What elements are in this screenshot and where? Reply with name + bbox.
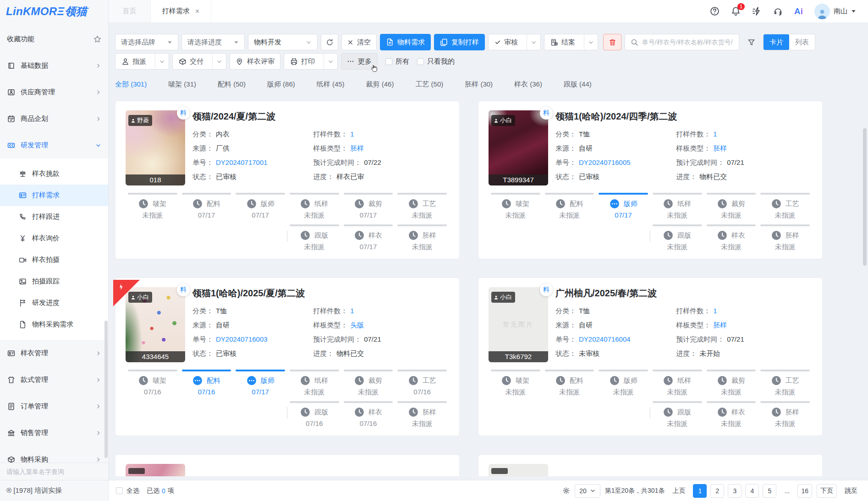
assign-dropdown[interactable]	[155, 54, 169, 69]
progress-step[interactable]: 版师未指派	[596, 370, 650, 397]
filter-tab[interactable]: 裁剪 (46)	[366, 80, 394, 89]
sidebar-item[interactable]: 打样需求	[0, 185, 108, 206]
view-list-button[interactable]: 列表	[789, 34, 815, 50]
page-size-select[interactable]: 20	[575, 484, 600, 498]
card-title[interactable]: 领猫1(哈哈)/2025/夏/第二波	[192, 287, 449, 300]
search-input[interactable]	[642, 38, 733, 46]
progress-step[interactable]: 唛架未指派	[489, 193, 543, 220]
sample-type-link[interactable]: 胚样	[350, 141, 364, 155]
copy-sample-button[interactable]: 复制打样	[434, 34, 485, 50]
sample-type-link[interactable]: 胚样	[713, 141, 727, 155]
progress-step[interactable]: 跟版07/16	[287, 401, 341, 428]
progress-step[interactable]: 工艺未指派	[758, 193, 812, 220]
tab-sample-request[interactable]: 打样需求 ×	[151, 0, 211, 22]
sidebar-item[interactable]: 样衣询价	[0, 228, 108, 249]
ai-assistant-icon[interactable]: Ai	[794, 6, 803, 16]
order-no-link[interactable]: DY20240716005	[579, 155, 631, 169]
sidebar-item-favorites[interactable]: 收藏功能	[0, 26, 108, 52]
progress-step[interactable]: 配料07/17	[180, 193, 234, 220]
card-title[interactable]: 领猫/2024/夏/第二波	[192, 110, 449, 123]
filter-tab[interactable]: 全部 (301)	[115, 80, 147, 89]
order-no-link[interactable]: DY20240716003	[216, 332, 268, 346]
next-page-button[interactable]: 下页	[817, 484, 837, 498]
progress-step[interactable]: 裁剪未指派	[704, 193, 758, 220]
sidebar-item[interactable]: 打样跟进	[0, 206, 108, 228]
order-no-link[interactable]: DY20240717001	[216, 155, 268, 169]
progress-step[interactable]: 胚样未指派	[758, 401, 812, 428]
deliver-dropdown[interactable]	[212, 54, 226, 69]
pieces-link[interactable]: 1	[350, 304, 354, 318]
refresh-button[interactable]	[321, 34, 338, 50]
select-all-checkbox[interactable]	[116, 487, 123, 494]
sample-card[interactable]: 小白料4334645领猫1(哈哈)/2025/夏/第二波分类：T恤来源：自研单号…	[115, 278, 460, 436]
sidebar-item[interactable]: 样衣拍摄	[0, 249, 108, 271]
pieces-link[interactable]: 1	[350, 127, 354, 141]
sidebar-item[interactable]: 商品企划	[0, 105, 108, 132]
page-button[interactable]: 3	[728, 484, 742, 498]
tab-home[interactable]: 首页	[109, 0, 151, 22]
progress-step[interactable]: 样衣07/17	[341, 224, 396, 251]
sidebar-item[interactable]: 样衣管理	[0, 340, 108, 366]
progress-step[interactable]: 裁剪未指派	[704, 370, 758, 397]
progress-step[interactable]: 版师07/17	[596, 193, 650, 220]
clear-button[interactable]: 清空	[341, 34, 377, 50]
sidebar-item[interactable]: 供应商管理	[0, 79, 108, 105]
main-scrollbar[interactable]	[863, 128, 867, 266]
sample-card[interactable]: 小白料T3899347领猫1(哈哈)/2024/四季/第二波分类：T恤来源：自研…	[478, 101, 823, 259]
progress-step[interactable]: 唛架未指派	[126, 193, 180, 220]
checkbox-only-mine[interactable]: 只看我的	[417, 57, 455, 66]
sidebar-item[interactable]: 样衣挑款	[0, 163, 108, 185]
close-case-dropdown[interactable]	[584, 34, 598, 50]
card-thumbnail[interactable]: 小白料T3899347	[489, 110, 548, 185]
print-split-button[interactable]: 打印	[284, 53, 338, 70]
progress-step[interactable]: 工艺未指派	[758, 370, 812, 397]
sample-type-link[interactable]: 胚样	[713, 318, 727, 332]
progress-step[interactable]: 唛架07/16	[126, 370, 180, 397]
progress-select[interactable]: 请选择进度	[181, 34, 245, 50]
checkbox-all[interactable]: 所有	[385, 57, 409, 66]
search-field[interactable]	[625, 34, 739, 50]
progress-step[interactable]: 配料07/16	[180, 370, 234, 397]
assign-split-button[interactable]: 指派	[115, 53, 169, 70]
filter-tab[interactable]: 配料 (50)	[218, 80, 246, 89]
order-no-link[interactable]: DY20240716004	[579, 332, 631, 346]
view-card-button[interactable]: 卡片	[764, 34, 789, 50]
page-button[interactable]: 2	[710, 484, 724, 498]
filter-funnel-button[interactable]	[742, 34, 760, 50]
sidebar-item[interactable]: 销售管理	[0, 419, 108, 446]
sample-type-link[interactable]: 头版	[350, 318, 364, 332]
filter-tab[interactable]: 纸样 (45)	[317, 80, 345, 89]
progress-step[interactable]: 跟版未指派	[650, 401, 704, 428]
filter-tab[interactable]: 工艺 (50)	[415, 80, 443, 89]
more-button[interactable]: 更多	[341, 53, 378, 70]
progress-step[interactable]: 胚样未指派	[395, 401, 449, 428]
progress-step[interactable]: 跟版未指派	[287, 224, 341, 251]
progress-step[interactable]: 裁剪07/17	[341, 193, 396, 220]
partial-card[interactable]	[115, 454, 460, 476]
progress-step[interactable]: 版师07/17	[233, 370, 287, 397]
progress-step[interactable]: 版师07/17	[233, 193, 287, 220]
support-headset-icon[interactable]	[773, 6, 783, 16]
pieces-link[interactable]: 1	[713, 304, 717, 318]
sidebar-menu-search[interactable]	[0, 463, 108, 480]
sidebar-item[interactable]: 款式管理	[0, 366, 108, 393]
sidebar-scrollbar[interactable]	[104, 321, 108, 458]
card-title[interactable]: 领猫1(哈哈)/2024/四季/第二波	[555, 110, 812, 123]
progress-step[interactable]: 纸样未指派	[650, 370, 704, 397]
sidebar-item[interactable]: 物料采购	[0, 446, 108, 463]
progress-step[interactable]: 工艺07/16	[395, 370, 449, 397]
sidebar-item[interactable]: 物料采购需求	[0, 314, 108, 335]
progress-step[interactable]: 唛架未指派	[489, 370, 543, 397]
progress-step[interactable]: 胚样未指派	[758, 224, 812, 251]
page-button[interactable]: 5	[763, 484, 776, 498]
checkbox-only-mine-box[interactable]	[417, 58, 424, 65]
progress-step[interactable]: 样衣未指派	[704, 224, 758, 251]
page-button[interactable]: 4	[745, 484, 759, 498]
audit-split-button[interactable]: 审核	[488, 34, 541, 50]
delete-button[interactable]	[603, 34, 621, 50]
sample-card[interactable]: 暂无图片小白料T3k6792广州柚凡/2025/春/第二波分类：T恤来源：自研单…	[478, 278, 823, 436]
progress-step[interactable]: 胚样未指派	[395, 224, 449, 251]
progress-step[interactable]: 纸样未指派	[287, 370, 341, 397]
activity-flash-icon[interactable]	[752, 6, 762, 16]
audit-dropdown[interactable]	[527, 34, 540, 50]
